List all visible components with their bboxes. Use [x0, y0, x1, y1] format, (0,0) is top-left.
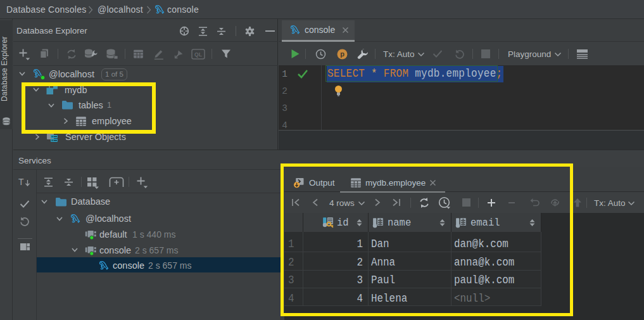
svg-text:QL: QL — [194, 51, 202, 58]
svg-text:p: p — [340, 50, 344, 58]
